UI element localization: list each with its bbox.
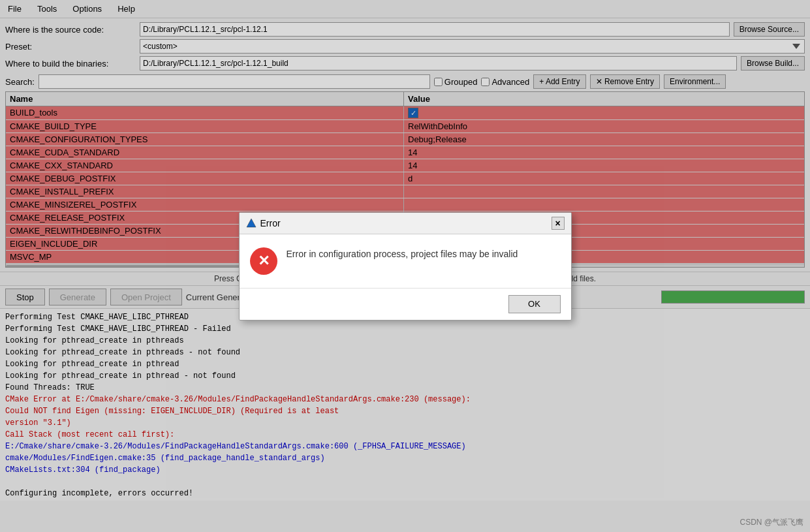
ok-button[interactable]: OK <box>508 295 561 313</box>
modal-title-text: Error <box>260 218 281 228</box>
modal-overlay: Error × ✕ Error in configuration process… <box>0 0 810 532</box>
svg-marker-0 <box>247 219 256 227</box>
modal-title-bar: Error × <box>240 213 571 234</box>
modal-title-left: Error <box>246 218 281 228</box>
error-dialog: Error × ✕ Error in configuration process… <box>239 212 572 321</box>
modal-footer: OK <box>240 288 571 320</box>
modal-message: Error in configuration process, project … <box>287 247 518 261</box>
modal-body: ✕ Error in configuration process, projec… <box>240 234 571 288</box>
modal-close-button[interactable]: × <box>552 217 565 230</box>
cmake-title-icon <box>246 218 257 228</box>
error-icon: ✕ <box>250 247 277 275</box>
